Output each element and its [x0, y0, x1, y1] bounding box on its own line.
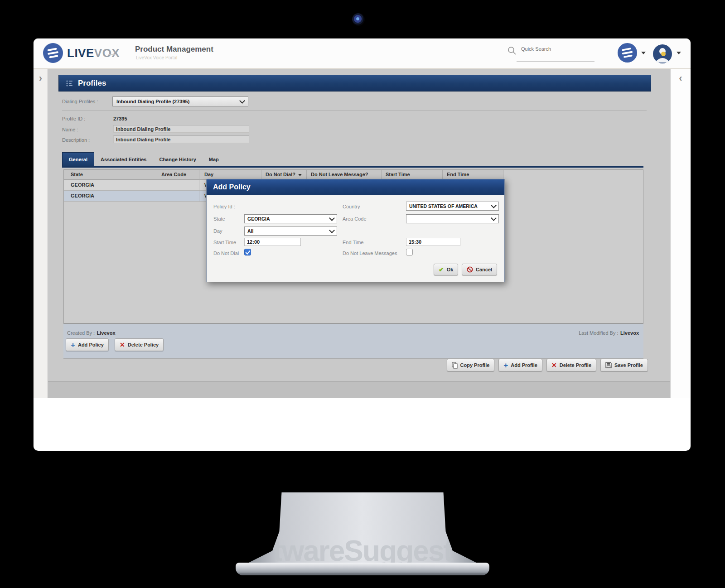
- chevron-down-icon: [329, 227, 335, 233]
- tab-associated-entities[interactable]: Associated Entities: [94, 153, 153, 166]
- save-profile-button[interactable]: Save Profile: [600, 359, 648, 371]
- chevron-down-icon: [491, 215, 497, 221]
- chevron-down-icon: [491, 202, 497, 208]
- page: LIVEVOX → Product Management LiveVox Voi…: [0, 0, 725, 588]
- created-by-value: Livevox: [97, 330, 116, 336]
- plus-icon: +: [503, 361, 508, 369]
- profile-id-value: 27395: [113, 116, 127, 121]
- col-do-not-leave-message: Do Not Leave Message?: [311, 172, 368, 177]
- save-icon: [605, 362, 612, 368]
- x-icon: ✕: [120, 342, 125, 348]
- col-area-code: Area Code: [161, 172, 186, 177]
- area-code-select[interactable]: [406, 214, 499, 223]
- tab-underline: [62, 166, 643, 168]
- left-panel-collapser[interactable]: ›: [34, 69, 48, 398]
- add-policy-dialog: Add Policy Policy Id : Country UNITED ST…: [206, 179, 505, 282]
- check-icon: ✔: [439, 266, 444, 273]
- end-time-label: End Time: [343, 240, 363, 245]
- day-select[interactable]: All: [244, 227, 337, 236]
- avatar-caret-icon[interactable]: [677, 52, 681, 54]
- app-header: LIVEVOX → Product Management LiveVox Voi…: [34, 39, 691, 69]
- tab-map[interactable]: Map: [203, 153, 225, 166]
- app-body: › ‹ Profiles Dialing Profiles: [34, 69, 691, 398]
- day-value: All: [247, 228, 253, 234]
- add-profile-label: Add Profile: [511, 362, 537, 368]
- tab-change-history[interactable]: Change History: [153, 153, 202, 166]
- copy-profile-button[interactable]: Copy Profile: [447, 359, 495, 371]
- monitor-stand-neck: twareSuggest: [247, 492, 478, 564]
- description-field[interactable]: Inbound Dialing Profile: [113, 135, 249, 143]
- chevron-down-icon: [329, 215, 335, 221]
- do-not-dial-label: Do Not Dial: [213, 251, 239, 256]
- section-title: Profiles: [78, 79, 106, 88]
- page-title: Product Management: [135, 45, 213, 54]
- do-not-leave-messages-checkbox[interactable]: [406, 249, 413, 255]
- profiles-icon: [65, 79, 73, 87]
- col-do-not-dial[interactable]: Do Not Dial?: [266, 172, 302, 177]
- delete-policy-button[interactable]: ✕ Delete Policy: [115, 338, 164, 351]
- ok-button[interactable]: ✔ Ok: [434, 264, 458, 275]
- add-profile-button[interactable]: + Add Profile: [498, 359, 542, 371]
- ok-label: Ok: [447, 267, 454, 272]
- start-time-input[interactable]: 12:00: [244, 238, 301, 246]
- app-screenshot: LIVEVOX → Product Management LiveVox Voi…: [34, 39, 691, 398]
- cell-state: GEORGIA: [71, 182, 94, 188]
- description-label: Description :: [62, 137, 90, 143]
- plus-icon: +: [71, 341, 75, 349]
- profiles-section-header: Profiles: [58, 75, 651, 92]
- x-icon: ✕: [551, 362, 557, 368]
- created-by-label: Created By :: [67, 330, 95, 336]
- dialog-title: Add Policy: [213, 183, 251, 191]
- copy-icon: [452, 362, 458, 369]
- chevron-right-icon: ›: [39, 72, 42, 84]
- livevox-menu-icon[interactable]: [617, 43, 638, 63]
- delete-profile-label: Delete Profile: [560, 362, 591, 368]
- state-select[interactable]: GEORGIA: [244, 214, 337, 223]
- start-time-label: Start Time: [213, 240, 236, 245]
- end-time-input[interactable]: 15:30: [406, 238, 460, 246]
- delete-profile-button[interactable]: ✕ Delete Profile: [546, 359, 596, 371]
- policy-id-label: Policy Id :: [213, 204, 235, 209]
- copy-profile-label: Copy Profile: [460, 362, 490, 368]
- table-header-row: State Area Code Day Do Not Dial? Do Not …: [64, 170, 503, 180]
- dialog-titlebar: Add Policy: [207, 179, 504, 195]
- monitor-frame: LIVEVOX → Product Management LiveVox Voi…: [34, 39, 691, 451]
- cancel-label: Cancel: [476, 267, 492, 272]
- country-select[interactable]: UNITED STATES OF AMERICA: [406, 202, 499, 211]
- chevron-left-icon: ‹: [679, 72, 682, 84]
- column-divider: [157, 170, 157, 202]
- name-field[interactable]: Inbound Dialing Profile: [113, 125, 249, 133]
- col-end-time: End Time: [447, 172, 469, 177]
- cancel-button[interactable]: Cancel: [462, 264, 497, 275]
- filter-caret-icon[interactable]: [298, 174, 302, 176]
- created-by: Created By : Livevox: [67, 328, 116, 337]
- right-panel-collapser[interactable]: ‹: [670, 69, 691, 398]
- search-icon: [508, 46, 517, 55]
- col-start-time: Start Time: [386, 172, 410, 177]
- dialing-profiles-select[interactable]: Inbound Dialing Profile (27395): [112, 96, 248, 106]
- country-value: UNITED STATES OF AMERICA: [409, 203, 478, 209]
- footer-band: Created By : Livevox Last Modified By : …: [63, 323, 643, 358]
- last-modified-value: Livevox: [620, 330, 639, 336]
- search-input[interactable]: [520, 46, 590, 52]
- col-state: State: [71, 172, 83, 177]
- menu-caret-icon[interactable]: [641, 52, 646, 54]
- state-value: GEORGIA: [247, 216, 270, 222]
- add-policy-button[interactable]: + Add Policy: [66, 338, 109, 351]
- last-modified-label: Last Modified By :: [579, 330, 618, 336]
- name-label: Name :: [62, 127, 78, 132]
- save-profile-label: Save Profile: [614, 362, 643, 368]
- do-not-leave-messages-label: Do Not Leave Messages: [343, 251, 397, 256]
- last-modified-by: Last Modified By : Livevox: [579, 328, 639, 337]
- divider: [62, 111, 647, 111]
- col-day: Day: [204, 172, 213, 177]
- logo-live: LIVE: [67, 46, 94, 60]
- add-policy-label: Add Policy: [78, 342, 104, 347]
- user-avatar[interactable]: [652, 44, 672, 64]
- delete-policy-label: Delete Policy: [128, 342, 159, 347]
- do-not-dial-checkbox[interactable]: [244, 249, 251, 255]
- tab-general[interactable]: General: [62, 152, 94, 166]
- watermark-text: twareSuggest: [247, 534, 478, 564]
- profile-actions: Copy Profile + Add Profile ✕ Delete Prof…: [447, 359, 648, 371]
- profile-id-label: Profile ID :: [62, 116, 85, 121]
